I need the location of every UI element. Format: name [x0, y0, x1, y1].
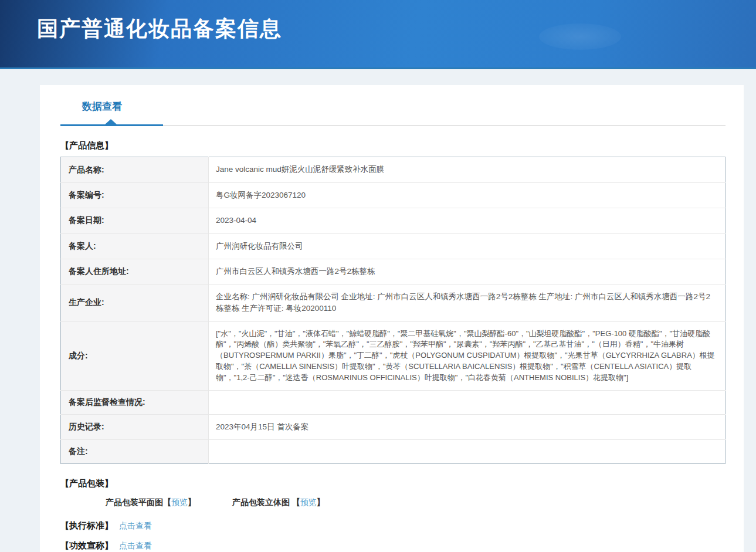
tab-active-indicator [60, 124, 163, 126]
bracket-close: 】 [188, 497, 196, 507]
efficacy-claim-row: 【功效宣称】点击查看 [60, 540, 726, 551]
table-row: 备案编号: 粤G妆网备字2023067120 [61, 183, 726, 208]
row-label: 备案人住所地址: [61, 259, 209, 284]
bracket-open: 【 [163, 497, 171, 507]
table-row: 历史记录: 2023年04月15日 首次备案 [61, 414, 726, 439]
packaging-stereo-item: 产品包装立体图 【预览】 [232, 497, 325, 508]
row-label: 备案人: [61, 233, 209, 259]
execution-standard-heading: 【执行标准】 [60, 520, 113, 530]
packaging-stereo-preview-link[interactable]: 预览 [300, 497, 317, 507]
execution-standard-row: 【执行标准】点击查看 [60, 520, 726, 531]
row-value: ["水"，"火山泥"，"甘油"，"液体石蜡"，"鲸蜡硬脂醇"，"聚二甲基硅氧烷"… [209, 321, 726, 390]
product-info-heading: 【产品信息】 [60, 140, 726, 151]
page-header: 国产普通化妆品备案信息 [0, 0, 756, 69]
table-row: 备注: [61, 439, 726, 463]
execution-standard-view-link[interactable]: 点击查看 [119, 521, 152, 530]
row-value: Jane volcanic mud妍泥火山泥舒缓紧致补水面膜 [209, 157, 726, 183]
row-label: 备案后监督检查情况: [61, 390, 209, 414]
row-label: 备案编号: [61, 183, 209, 208]
row-label: 历史记录: [61, 414, 209, 439]
row-label: 备案日期: [61, 208, 209, 233]
row-value: 广州润研化妆品有限公司 [209, 233, 726, 259]
row-value: 广州市白云区人和镇秀水塘西一路2号2栋整栋 [209, 259, 726, 284]
packaging-flat-label: 产品包装平面图 [106, 497, 163, 507]
row-value: 企业名称: 广州润研化妆品有限公司 企业地址: 广州市白云区人和镇秀水塘西一路2… [209, 285, 726, 322]
packaging-flat-preview-link[interactable]: 预览 [171, 497, 188, 507]
bracket-close: 】 [317, 497, 325, 507]
row-value: 粤G妆网备字2023067120 [209, 183, 726, 208]
row-value [209, 390, 726, 414]
table-row: 备案人: 广州润研化妆品有限公司 [61, 233, 726, 259]
row-value: 2023-04-04 [209, 208, 726, 233]
table-row: 备案后监督检查情况: [61, 390, 726, 414]
content-card: 数据查看 【产品信息】 产品名称: Jane volcanic mud妍泥火山泥… [40, 85, 744, 552]
row-value [209, 439, 726, 463]
tab-data-view[interactable]: 数据查看 [82, 100, 122, 120]
table-row: 备案日期: 2023-04-04 [61, 208, 726, 233]
row-label: 产品名称: [61, 157, 209, 183]
table-row: 产品名称: Jane volcanic mud妍泥火山泥舒缓紧致补水面膜 [61, 157, 726, 183]
tab-caret-icon [105, 119, 117, 124]
packaging-links-row: 产品包装平面图【预览】 产品包装立体图 【预览】 [60, 497, 726, 508]
bracket-open: 【 [292, 497, 300, 507]
row-value: 2023年04月15日 首次备案 [209, 414, 726, 439]
tab-underline [60, 120, 726, 126]
efficacy-claim-view-link[interactable]: 点击查看 [119, 541, 152, 550]
table-row: 生产企业: 企业名称: 广州润研化妆品有限公司 企业地址: 广州市白云区人和镇秀… [61, 285, 726, 322]
product-packaging-heading: 【产品包装】 [60, 478, 726, 489]
table-row: 备案人住所地址: 广州市白云区人和镇秀水塘西一路2号2栋整栋 [61, 259, 726, 284]
packaging-stereo-label: 产品包装立体图 [232, 497, 292, 507]
row-label: 生产企业: [61, 285, 209, 322]
table-row-ingredients: 成分: ["水"，"火山泥"，"甘油"，"液体石蜡"，"鲸蜡硬脂醇"，"聚二甲基… [61, 321, 726, 390]
row-label: 成分: [61, 321, 209, 390]
page-title: 国产普通化妆品备案信息 [0, 0, 756, 43]
row-label: 备注: [61, 439, 209, 463]
packaging-flat-item: 产品包装平面图【预览】 [106, 497, 196, 508]
product-info-table: 产品名称: Jane volcanic mud妍泥火山泥舒缓紧致补水面膜 备案编… [60, 157, 726, 464]
header-decor [539, 23, 621, 50]
efficacy-claim-heading: 【功效宣称】 [60, 540, 113, 550]
